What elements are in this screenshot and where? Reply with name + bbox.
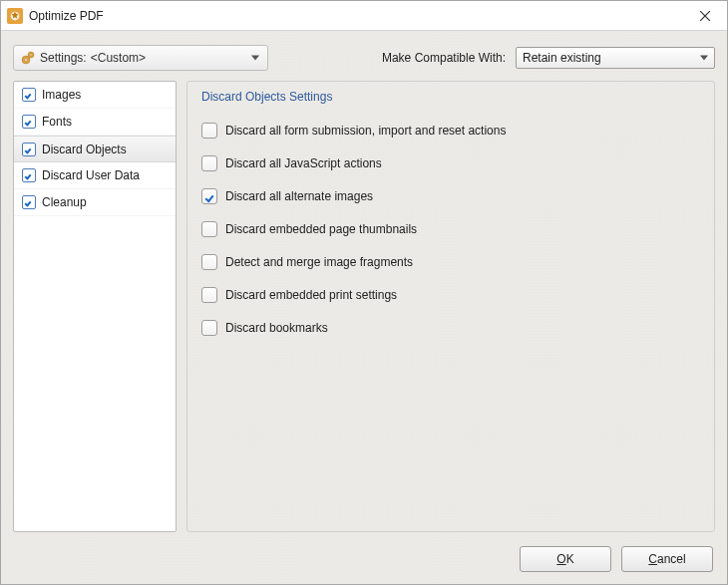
option-row: Discard embedded print settings: [201, 278, 700, 311]
titlebar: Optimize PDF: [1, 1, 727, 31]
option-row: Detect and merge image fragments: [201, 245, 700, 278]
sidebar-item-checkbox[interactable]: [22, 88, 36, 102]
option-row: Discard all alternate images: [201, 179, 700, 212]
compat-label: Make Compatible With:: [382, 51, 506, 65]
sidebar-item-label: Cleanup: [42, 195, 87, 209]
discard-objects-panel: Discard Objects Settings Discard all for…: [186, 81, 715, 532]
sidebar-item-label: Images: [42, 88, 81, 102]
gear-icon: [20, 50, 36, 66]
svg-point-4: [25, 59, 28, 62]
close-button[interactable]: [683, 1, 727, 31]
cancel-button[interactable]: Cancel: [621, 546, 713, 572]
options-list: Discard all form submission, import and …: [201, 114, 700, 344]
compat-value: Retain existing: [523, 51, 601, 65]
sidebar-item-label: Discard Objects: [42, 143, 127, 156]
settings-dropdown[interactable]: Settings: <Custom>: [13, 45, 268, 71]
option-row: Discard embedded page thumbnails: [201, 212, 700, 245]
sidebar-item-label: Discard User Data: [42, 168, 140, 182]
settings-label: Settings:: [40, 51, 87, 65]
settings-value: <Custom>: [91, 51, 146, 65]
dialog-buttons: OK Cancel: [13, 540, 715, 578]
chevron-down-icon: [251, 56, 259, 61]
sidebar-item-cleanup[interactable]: Cleanup: [14, 189, 176, 216]
option-label[interactable]: Discard bookmarks: [225, 321, 328, 335]
compat-dropdown[interactable]: Retain existing: [516, 47, 715, 69]
sidebar-item-checkbox[interactable]: [22, 195, 36, 209]
cancel-mnemonic: C: [648, 552, 657, 566]
sidebar-item-fonts[interactable]: Fonts: [14, 109, 176, 136]
option-checkbox[interactable]: [201, 287, 217, 303]
chevron-down-icon: [700, 56, 708, 61]
option-checkbox[interactable]: [201, 123, 217, 139]
top-row: Settings: <Custom> Make Compatible With:…: [13, 43, 715, 73]
optimize-pdf-dialog: Optimize PDF: [0, 0, 728, 585]
option-checkbox[interactable]: [201, 320, 217, 336]
window-title: Optimize PDF: [29, 9, 104, 23]
option-label[interactable]: Discard embedded print settings: [225, 288, 397, 302]
option-label[interactable]: Discard all alternate images: [225, 189, 373, 203]
sidebar-item-label: Fonts: [42, 115, 72, 129]
option-label[interactable]: Discard embedded page thumbnails: [225, 222, 417, 236]
option-row: Discard all form submission, import and …: [201, 114, 700, 146]
option-row: Discard bookmarks: [201, 311, 700, 344]
option-row: Discard all JavaScript actions: [201, 146, 700, 179]
app-icon: [7, 8, 23, 24]
option-label[interactable]: Discard all form submission, import and …: [225, 124, 506, 138]
sidebar-item-checkbox[interactable]: [22, 115, 36, 129]
option-checkbox[interactable]: [201, 155, 217, 171]
option-checkbox[interactable]: [201, 254, 217, 270]
ok-mnemonic: O: [556, 552, 565, 566]
sidebar-item-discard-objects[interactable]: Discard Objects: [14, 136, 176, 162]
panel-column: Discard Objects Settings Discard all for…: [186, 81, 715, 532]
sidebar-item-discard-user-data[interactable]: Discard User Data: [14, 162, 176, 189]
option-label[interactable]: Discard all JavaScript actions: [225, 156, 382, 170]
panel-title: Discard Objects Settings: [201, 90, 700, 104]
dialog-body: Settings: <Custom> Make Compatible With:…: [1, 31, 727, 584]
svg-point-6: [30, 54, 32, 56]
sidebar-item-images[interactable]: Images: [14, 82, 176, 109]
close-icon: [700, 11, 710, 21]
sidebar-item-checkbox[interactable]: [22, 168, 36, 182]
sidebar-item-checkbox[interactable]: [22, 143, 36, 156]
option-checkbox[interactable]: [201, 221, 217, 237]
middle-area: ImagesFontsDiscard ObjectsDiscard User D…: [13, 81, 715, 532]
option-label[interactable]: Detect and merge image fragments: [225, 255, 413, 269]
option-checkbox[interactable]: [201, 188, 217, 204]
category-sidebar: ImagesFontsDiscard ObjectsDiscard User D…: [13, 81, 177, 532]
ok-button[interactable]: OK: [520, 546, 611, 572]
